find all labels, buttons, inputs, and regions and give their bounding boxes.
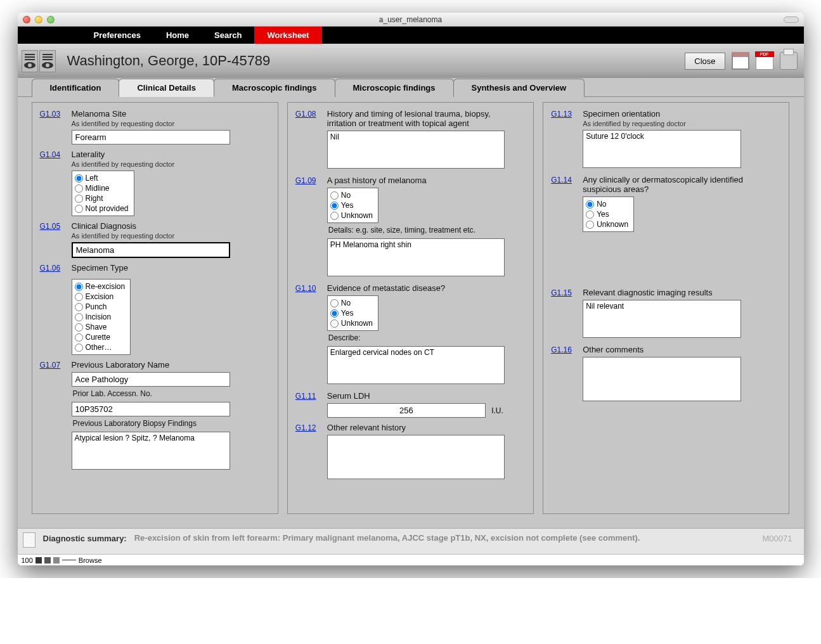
menu-preferences[interactable]: Preferences: [81, 27, 153, 44]
spec-shave[interactable]: Shave: [75, 322, 126, 332]
window-minimize-icon[interactable]: [35, 16, 42, 23]
label-suspicious-areas: Any clinically or dermatoscopically iden…: [583, 175, 747, 194]
imaging-results-textarea[interactable]: [583, 300, 741, 338]
content-area: G1.03 Melanoma Site As identified by req…: [18, 97, 804, 528]
zoom-level[interactable]: 100: [22, 557, 33, 564]
list-view-icon[interactable]: [22, 50, 38, 72]
window-close-icon[interactable]: [23, 16, 30, 23]
label-prior-accession: Prior Lab. Accessn. No.: [73, 389, 270, 398]
titlebar: a_user_melanoma: [18, 13, 804, 27]
serum-ldh-unit: I.U.: [491, 406, 503, 415]
met-no[interactable]: No: [330, 298, 373, 308]
ph-yes[interactable]: Yes: [330, 200, 373, 210]
footer-summary: Diagnostic summary: Re-excision of skin …: [18, 528, 804, 554]
label-ph-details: Details: e.g. site, size, timing, treatm…: [328, 226, 526, 235]
status-bar: 100 Browse: [18, 554, 804, 565]
column-3: G1.13 Specimen orientation As identified…: [543, 102, 789, 514]
spec-reexcision[interactable]: Re-excision: [75, 281, 126, 292]
laterality-left[interactable]: Left: [75, 173, 129, 183]
code-link-g108[interactable]: G1.08: [295, 109, 327, 171]
tab-macroscopic[interactable]: Macroscopic findings: [214, 79, 335, 97]
spec-punch[interactable]: Punch: [75, 302, 126, 312]
laterality-midline[interactable]: Midline: [75, 183, 129, 193]
laterality-radiogroup: Left Midline Right Not provided: [72, 171, 134, 216]
menu-home[interactable]: Home: [153, 27, 202, 44]
label-other-history: Other relevant history: [327, 423, 526, 432]
label-other-comments: Other comments: [583, 345, 781, 354]
cursor-tool-icon[interactable]: [23, 532, 36, 548]
spec-curette[interactable]: Curette: [75, 332, 126, 342]
case-id: M00071: [763, 532, 792, 543]
susp-no[interactable]: No: [586, 199, 628, 209]
code-link-g116[interactable]: G1.16: [551, 345, 583, 403]
app-window: a_user_melanoma Preferences Home Search …: [18, 13, 804, 565]
susp-unknown[interactable]: Unknown: [586, 219, 628, 229]
code-link-g114[interactable]: G1.14: [551, 175, 583, 232]
other-history-textarea[interactable]: [327, 435, 505, 479]
prev-lab-name-input[interactable]: [72, 372, 230, 387]
status-icon-1[interactable]: [36, 557, 42, 564]
close-button[interactable]: Close: [685, 53, 725, 70]
label-prev-biopsy-findings: Previous Laboratory Biopsy Findings: [73, 419, 270, 428]
status-icon-3[interactable]: [53, 557, 60, 564]
prior-accession-input[interactable]: [72, 402, 230, 416]
diagnostic-summary-label: Diagnostic summary:: [43, 532, 127, 543]
label-specimen-type: Specimen Type: [72, 263, 270, 273]
tab-microscopic[interactable]: Microscopic findings: [335, 79, 454, 97]
laterality-right[interactable]: Right: [75, 193, 129, 203]
other-comments-textarea[interactable]: [583, 357, 741, 401]
detail-view-icon[interactable]: [39, 50, 56, 72]
ph-unknown[interactable]: Unknown: [330, 210, 373, 221]
window-title: a_user_melanoma: [18, 15, 804, 24]
metastatic-radiogroup: No Yes Unknown: [327, 295, 378, 331]
met-describe-textarea[interactable]: [327, 346, 505, 384]
code-link-g103[interactable]: G1.03: [40, 109, 72, 145]
history-trauma-textarea[interactable]: [327, 131, 505, 169]
code-link-g105[interactable]: G1.05: [40, 221, 72, 258]
code-link-g107[interactable]: G1.07: [40, 360, 72, 472]
code-link-g112[interactable]: G1.12: [295, 423, 327, 481]
tab-row: Identification Clinical Details Macrosco…: [18, 78, 804, 97]
code-link-g115[interactable]: G1.15: [551, 288, 583, 340]
clipboard-icon[interactable]: [732, 52, 749, 70]
code-link-g109[interactable]: G1.09: [295, 176, 327, 278]
laterality-not-provided[interactable]: Not provided: [75, 203, 129, 214]
tab-clinical-details[interactable]: Clinical Details: [119, 79, 214, 97]
sublabel-g103: As identified by requesting doctor: [72, 120, 270, 127]
met-unknown[interactable]: Unknown: [330, 318, 373, 328]
main-menubar: Preferences Home Search Worksheet: [18, 27, 804, 44]
specimen-orientation-textarea[interactable]: [583, 130, 741, 168]
ph-no[interactable]: No: [330, 190, 373, 200]
code-link-g113[interactable]: G1.13: [551, 109, 583, 170]
code-link-g111[interactable]: G1.11: [295, 391, 327, 418]
code-link-g106[interactable]: G1.06: [40, 263, 72, 355]
diagnostic-summary-text: Re-excision of skin from left forearm: P…: [134, 532, 755, 544]
window-zoom-icon[interactable]: [47, 16, 55, 23]
code-link-g110[interactable]: G1.10: [295, 283, 327, 386]
tab-synthesis[interactable]: Synthesis and Overview: [453, 79, 585, 97]
patient-title: Washington, George, 10P-45789: [67, 53, 271, 69]
susp-yes[interactable]: Yes: [586, 209, 628, 219]
menu-worksheet[interactable]: Worksheet: [254, 27, 321, 44]
window-toolbar-toggle-icon[interactable]: [784, 16, 799, 23]
label-melanoma-site: Melanoma Site: [72, 109, 270, 119]
spec-incision[interactable]: Incision: [75, 312, 126, 322]
met-yes[interactable]: Yes: [330, 308, 373, 318]
clinical-diagnosis-input[interactable]: [72, 242, 230, 258]
mode-label: Browse: [79, 557, 102, 564]
pdf-export-icon[interactable]: [756, 52, 773, 70]
print-icon[interactable]: [780, 52, 798, 70]
prev-biopsy-findings-textarea[interactable]: [72, 432, 230, 470]
code-link-g104[interactable]: G1.04: [40, 150, 72, 216]
specimen-type-radiogroup: Re-excision Excision Punch Incision Shav…: [72, 279, 131, 355]
spec-other[interactable]: Other…: [75, 342, 126, 352]
ph-details-textarea[interactable]: [327, 238, 505, 276]
menu-search[interactable]: Search: [202, 27, 254, 44]
label-serum-ldh: Serum LDH: [327, 391, 526, 401]
melanoma-site-input[interactable]: [72, 130, 230, 145]
label-met-describe: Describe:: [328, 333, 526, 342]
spec-excision[interactable]: Excision: [75, 292, 126, 302]
status-icon-2[interactable]: [44, 557, 51, 564]
serum-ldh-input[interactable]: [327, 403, 486, 418]
tab-identification[interactable]: Identification: [32, 79, 120, 97]
